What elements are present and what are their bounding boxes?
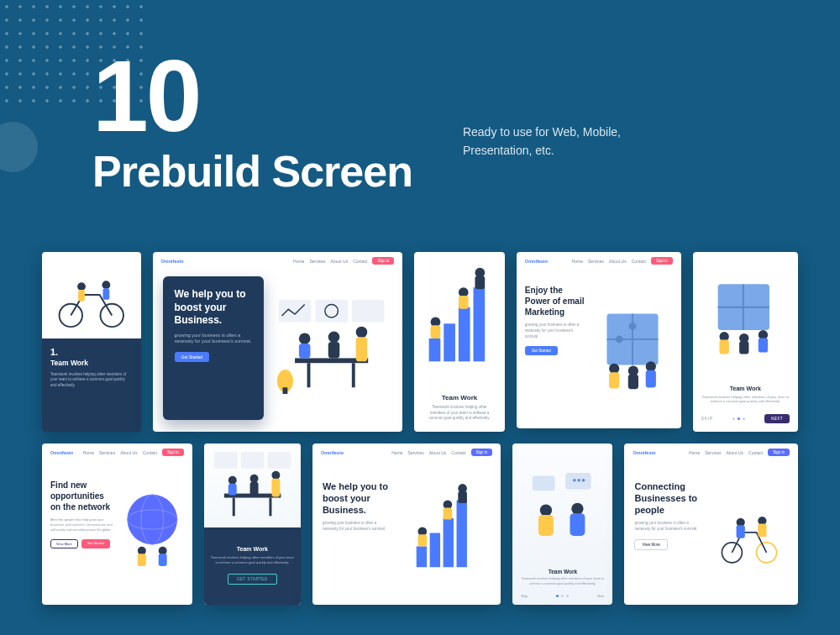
skip-button[interactable]: Skip [521, 594, 528, 598]
svg-point-51 [128, 494, 178, 544]
svg-rect-30 [475, 276, 486, 289]
svg-rect-50 [758, 338, 767, 353]
illustration-growth [414, 252, 505, 387]
row-1: 1. Team Work Teamwork involves helping o… [42, 252, 798, 432]
svg-point-40 [645, 361, 655, 371]
nav-link[interactable]: Contact [353, 259, 367, 264]
illustration-puzzle-small [693, 252, 798, 386]
svg-point-17 [356, 326, 368, 338]
decorative-dots [0, 0, 151, 109]
svg-point-85 [540, 504, 552, 516]
view-more-button[interactable]: View More [50, 539, 78, 548]
nav-link[interactable]: Contact [748, 450, 763, 455]
svg-rect-41 [645, 370, 655, 387]
svg-point-66 [249, 475, 258, 483]
svg-rect-12 [352, 363, 355, 387]
card7-body: Teamwork involves helping other members … [211, 555, 294, 565]
get-started-button[interactable]: GET STARTED [228, 574, 277, 585]
card10-body: growing your business is often a necessi… [634, 521, 701, 533]
svg-rect-3 [78, 290, 85, 302]
nav-link[interactable]: Home [391, 450, 402, 455]
nav-link[interactable]: Home [83, 450, 94, 455]
sign-in-button[interactable]: Sign in [768, 449, 790, 456]
next-button[interactable]: NEXT [764, 414, 790, 423]
svg-point-34 [628, 323, 636, 330]
svg-point-13 [299, 333, 311, 344]
nav-link[interactable]: Home [572, 259, 583, 264]
screen-card-8: Omnifesto Home Services About Us Contact… [312, 443, 501, 605]
nav-link[interactable]: About Us [429, 450, 447, 455]
nav-link[interactable]: Services [588, 259, 604, 264]
card9-title: Team Work [521, 569, 604, 575]
screen-card-7: Team Work Teamwork involves helping othe… [204, 443, 301, 605]
illustration-growth-2 [402, 466, 491, 593]
card4-title: Enjoy the Power of email Marketing [525, 285, 587, 318]
nav-link[interactable]: About Us [609, 259, 627, 264]
svg-point-82 [578, 479, 581, 482]
card2-body: growing your business is often a necessi… [175, 333, 252, 345]
svg-point-4 [102, 281, 110, 290]
screen-card-9: Team Work Teamwork involves helping othe… [512, 443, 612, 605]
illustration-globe [121, 464, 184, 595]
card2-title: We help you to boost your Business. [175, 288, 252, 328]
nav-link[interactable]: Home [689, 450, 700, 455]
svg-rect-23 [459, 307, 470, 362]
get-started-button[interactable]: Get Started [81, 539, 110, 548]
card8-title: We help you to boost your Business. [323, 481, 393, 516]
get-started-button[interactable]: Get Started [525, 346, 558, 355]
card4-body: growing your business is often a necessi… [525, 323, 587, 339]
screen-card-2: Omnifesto Home Services About Us Contact… [153, 252, 403, 432]
sign-in-button[interactable]: Sign in [471, 449, 493, 456]
svg-rect-69 [271, 479, 280, 497]
get-started-button[interactable]: Get Started [175, 352, 210, 362]
svg-rect-94 [758, 524, 766, 537]
illustration-meeting-small [204, 443, 301, 527]
sign-in-button[interactable]: Sign in [651, 257, 673, 265]
svg-point-87 [572, 502, 584, 514]
svg-rect-46 [719, 340, 728, 354]
svg-rect-37 [609, 372, 619, 388]
svg-rect-79 [458, 491, 467, 502]
card3-title: Team Work [424, 394, 495, 401]
svg-rect-57 [159, 554, 167, 566]
logo: Omnifesto [321, 450, 344, 455]
nav-link[interactable]: Services [309, 259, 325, 264]
svg-rect-71 [430, 533, 440, 567]
nav-link[interactable]: Services [99, 450, 115, 455]
nav-link[interactable]: About Us [331, 259, 349, 264]
nav-link[interactable]: About Us [726, 450, 743, 455]
svg-rect-59 [240, 452, 264, 469]
svg-rect-26 [431, 325, 441, 338]
svg-rect-67 [249, 482, 258, 496]
svg-rect-73 [457, 500, 467, 567]
nav-link[interactable]: About Us [120, 450, 138, 455]
svg-rect-75 [418, 534, 428, 546]
svg-point-2 [77, 283, 86, 291]
svg-rect-21 [429, 338, 441, 361]
nav-link[interactable]: Contact [143, 450, 157, 455]
skip-button[interactable]: SKIP [701, 417, 713, 421]
logo: Omnifesto [633, 450, 655, 455]
card6-title: Find new opportunities on the network [50, 480, 114, 512]
card-nav: Omnifesto Home Services About Us Contact… [624, 443, 798, 461]
svg-point-64 [228, 476, 237, 485]
nav-link[interactable]: Home [293, 259, 304, 264]
svg-point-15 [328, 331, 340, 343]
svg-rect-22 [444, 323, 455, 361]
nav-link[interactable]: Contact [451, 450, 465, 455]
sign-in-button[interactable]: Sign in [372, 257, 394, 265]
next-button[interactable]: Next [597, 594, 604, 598]
illustration-puzzle [592, 273, 673, 420]
screen-card-5: Team Work Teamwork involves helping othe… [693, 252, 798, 432]
card7-title: Team Work [211, 546, 294, 552]
view-more-button[interactable]: View More [634, 539, 667, 550]
card-nav: Omnifesto Home Services About Us Contact… [42, 443, 192, 461]
svg-point-38 [627, 365, 638, 375]
nav-link[interactable]: Services [705, 450, 721, 455]
nav-link[interactable]: Contact [632, 259, 646, 264]
nav-link[interactable]: Services [408, 450, 424, 455]
sign-in-button[interactable]: Sign in [162, 449, 184, 456]
hero-title: Prebuild Screen [92, 146, 412, 197]
svg-rect-86 [538, 515, 554, 536]
card1-number: 1. [50, 347, 133, 357]
